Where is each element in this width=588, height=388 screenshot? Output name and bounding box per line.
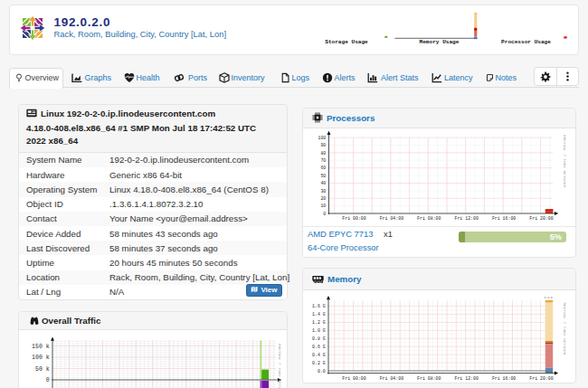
svg-text:90: 90	[320, 143, 326, 147]
svg-text:150 k: 150 k	[32, 344, 50, 350]
svg-text:60: 60	[320, 166, 326, 170]
svg-text:Fri 00:00: Fri 00:00	[342, 216, 365, 221]
svg-text:Processor Usage: Processor Usage	[501, 39, 551, 45]
svg-text:Fri 20:00: Fri 20:00	[529, 376, 553, 381]
svg-text:Fri 08:00: Fri 08:00	[417, 216, 441, 221]
svg-text:20: 20	[320, 196, 326, 201]
svg-text:RRDTOOL / TOBI OETIKER: RRDTOOL / TOBI OETIKER	[563, 302, 567, 355]
svg-text:Fri 12:00: Fri 12:00	[454, 376, 478, 381]
svg-text:0: 0	[323, 212, 326, 216]
svg-text:Fri 16:00: Fri 16:00	[492, 376, 516, 381]
svg-text:1.0 G: 1.0 G	[312, 328, 326, 333]
svg-text:RRDTOOL / TOBI OETIKER: RRDTOOL / TOBI OETIKER	[278, 344, 282, 388]
svg-text:1.4 G: 1.4 G	[312, 312, 326, 317]
svg-text:100: 100	[318, 136, 326, 140]
svg-text:1.2 G: 1.2 G	[312, 320, 326, 325]
svg-text:RRDTOOL / TOBI OETIKER: RRDTOOL / TOBI OETIKER	[563, 135, 567, 187]
svg-text:Fri 04:00: Fri 04:00	[380, 376, 403, 381]
svg-text:0.4 G: 0.4 G	[312, 353, 326, 357]
svg-text:Fri 08:00: Fri 08:00	[417, 376, 441, 381]
svg-text:0.6 G: 0.6 G	[312, 345, 326, 349]
svg-text:Memory Usage: Memory Usage	[420, 39, 460, 45]
svg-text:40: 40	[320, 181, 326, 185]
svg-text:50: 50	[320, 174, 326, 178]
svg-text:80: 80	[320, 151, 326, 156]
svg-text:0.0: 0.0	[318, 369, 326, 374]
svg-text:Fri 20:00: Fri 20:00	[529, 216, 553, 221]
svg-text:0.2 G: 0.2 G	[312, 361, 326, 365]
svg-text:Fri 00:00: Fri 00:00	[342, 376, 365, 381]
svg-text:Fri 16:00: Fri 16:00	[492, 216, 516, 221]
svg-text:100 k: 100 k	[32, 355, 50, 361]
svg-text:0.8 G: 0.8 G	[312, 336, 326, 341]
svg-text:10: 10	[320, 203, 326, 208]
svg-text:70: 70	[320, 158, 326, 163]
svg-text:Fri 12:00: Fri 12:00	[454, 216, 478, 221]
svg-text:30: 30	[320, 189, 326, 194]
svg-text:50 k: 50 k	[35, 366, 50, 373]
svg-text:0: 0	[46, 377, 50, 383]
svg-text:Fri 04:00: Fri 04:00	[380, 216, 403, 221]
svg-text:1.6 G: 1.6 G	[312, 304, 326, 308]
svg-text:Storage Usage: Storage Usage	[325, 39, 368, 45]
